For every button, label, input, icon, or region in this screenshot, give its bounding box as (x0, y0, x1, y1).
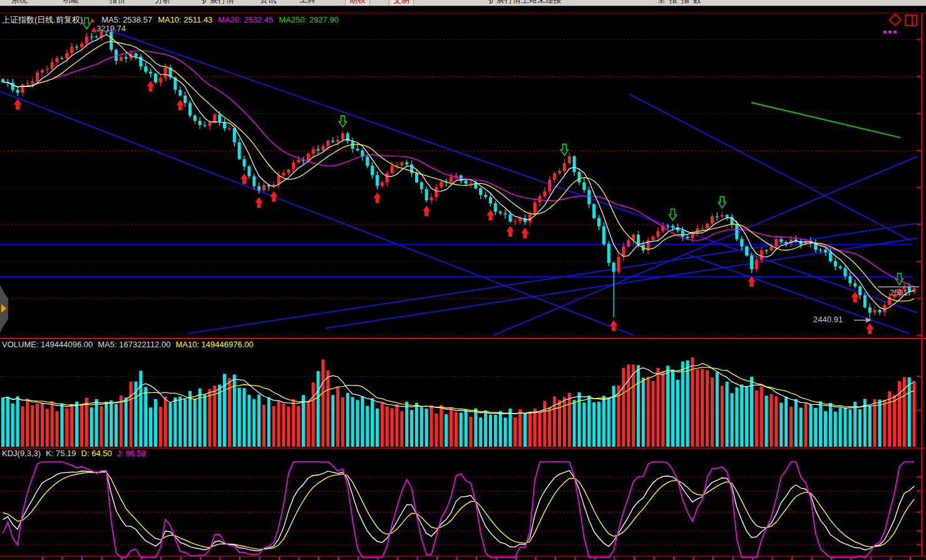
candle-body (356, 149, 359, 151)
menu-item-功能[interactable]: 功能 (63, 0, 79, 6)
volume-bar (774, 397, 778, 447)
menu-item-期权[interactable]: 期权 (345, 0, 370, 6)
volume-value: VOLUME: 149444096.00 (2, 340, 93, 349)
candle-body (16, 90, 19, 93)
volume-bar (16, 396, 19, 447)
candle-body (277, 175, 280, 184)
candle-body (336, 140, 339, 141)
volume-bar (312, 382, 315, 447)
volume-bar (56, 411, 59, 447)
candle-body (376, 175, 379, 186)
volume-bar (642, 377, 645, 447)
candle-body (440, 182, 443, 187)
candle-body (750, 255, 753, 269)
candle-body (317, 149, 320, 150)
volume-bar (440, 405, 443, 447)
kdj-j: J: 96.58 (117, 449, 146, 458)
volume-bar (671, 370, 674, 447)
volume-bar (508, 409, 512, 447)
candle-body (56, 58, 59, 62)
candle-body (868, 307, 872, 312)
volume-bar (691, 357, 694, 447)
volume-bar (183, 399, 187, 447)
candle-body (873, 310, 877, 312)
volume-bar (46, 409, 49, 447)
menu-item-资讯[interactable]: 资讯 (260, 0, 276, 6)
volume-bar (858, 409, 862, 447)
volume-bar (568, 393, 571, 447)
volume-bar (681, 362, 684, 447)
menu-item-报价[interactable]: 报价 (110, 0, 126, 6)
volume-bar (455, 412, 458, 447)
volume-bar (711, 377, 714, 447)
volume-bar (740, 385, 743, 447)
page-label: 全推指数 (657, 0, 705, 6)
candle-body (774, 239, 778, 247)
volume-bar (425, 409, 428, 447)
menu-item-交易[interactable]: 交易 (389, 0, 414, 6)
candle-body (366, 156, 369, 166)
volume-bar (381, 403, 384, 447)
volume-bar (6, 397, 9, 447)
menu-item-系统[interactable]: 系统 (11, 0, 28, 6)
chart-canvas[interactable] (0, 0, 926, 560)
candle-body (765, 250, 768, 251)
candle-body (80, 44, 83, 48)
volume-bar (159, 407, 162, 447)
volume-bar (893, 395, 896, 447)
candle-body (75, 47, 78, 48)
candle-body (760, 250, 763, 260)
volume-bar (267, 397, 270, 447)
volume-bar (395, 404, 398, 447)
candle-body (1, 79, 4, 83)
more-dots-icon[interactable] (882, 24, 897, 36)
candle-body (331, 141, 334, 142)
candle-body (218, 115, 221, 122)
volume-bar (760, 386, 763, 447)
volume-bar (666, 365, 669, 447)
candle-body (247, 166, 250, 176)
volume-bar (445, 414, 448, 447)
menu-item-分析[interactable]: 分析 (155, 0, 171, 6)
volume-bar (31, 405, 34, 447)
candle-body (26, 84, 29, 85)
candle-body (681, 230, 684, 237)
candle-body (326, 141, 329, 146)
volume-bar (469, 417, 472, 447)
volume-bar (341, 397, 344, 447)
volume-bar (735, 387, 738, 447)
volume-bar (878, 400, 882, 447)
candle-body (415, 173, 418, 183)
candle-body (538, 196, 542, 203)
menu-item-扩展行情[interactable]: 扩展行情 (202, 0, 234, 6)
candle-body (307, 154, 310, 161)
candle-body (11, 83, 14, 90)
volume-bar (622, 368, 625, 447)
candle-body (548, 180, 551, 191)
candle-body (154, 74, 157, 83)
volume-bar (198, 389, 202, 447)
connection-status: 扩展行情主站未连接 (488, 0, 562, 6)
split-window-icon[interactable] (905, 14, 917, 26)
candle-body (824, 250, 827, 252)
volume-bar (607, 398, 610, 447)
candle-body (504, 213, 507, 215)
volume-bar (809, 404, 812, 447)
volume-bar (489, 415, 492, 447)
volume-bar (331, 395, 334, 447)
chart-title: 上证指数(日线.前复权) (2, 15, 83, 24)
volume-bar (543, 401, 546, 447)
candle-body (183, 96, 187, 103)
volume-bar (238, 388, 241, 447)
candle-body (228, 128, 231, 129)
candle-body (587, 190, 590, 205)
menu-item-工具[interactable]: 工具 (299, 0, 316, 6)
volume-bar (193, 399, 197, 447)
candle-body (297, 160, 300, 163)
volume-bar (873, 399, 877, 447)
candle-body (853, 283, 857, 287)
volume-bar (430, 405, 433, 447)
candle-body (144, 66, 147, 72)
volume-bar (115, 404, 118, 447)
candle-body (740, 239, 743, 247)
